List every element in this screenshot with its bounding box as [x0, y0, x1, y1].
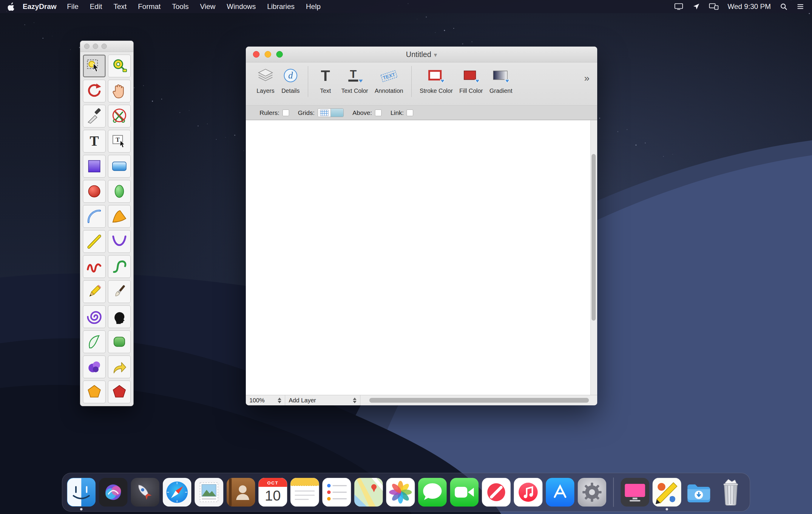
menu-view[interactable]: View [194, 2, 221, 11]
notification-center-icon[interactable] [796, 3, 804, 10]
menu-text[interactable]: Text [108, 2, 132, 11]
dock-item-mail[interactable] [195, 478, 224, 507]
horizontal-scrollbar[interactable] [360, 395, 597, 405]
tool-silhouette[interactable] [108, 305, 130, 328]
tool-swirl[interactable] [83, 355, 106, 378]
tool-freehand[interactable] [83, 255, 106, 278]
menu-libraries[interactable]: Libraries [261, 2, 300, 11]
tool-text[interactable]: T [83, 130, 106, 153]
apple-menu[interactable] [8, 2, 15, 11]
palette-titlebar[interactable] [80, 41, 133, 52]
tool-pencil[interactable] [83, 280, 106, 303]
display-icon[interactable] [674, 3, 683, 10]
tool-rectangle[interactable] [83, 155, 106, 178]
menu-file[interactable]: File [61, 2, 84, 11]
toolbar-stroke-color-button[interactable]: Stroke Color [416, 65, 456, 94]
tool-scissors[interactable] [108, 105, 130, 128]
sidecar-icon[interactable] [709, 3, 719, 10]
dock-item-messages[interactable] [418, 478, 447, 507]
dock-item-reminders[interactable] [322, 478, 351, 507]
dock-item-contacts[interactable] [227, 478, 255, 507]
tool-curve[interactable] [108, 230, 130, 253]
zoom-stepper-icon[interactable] [278, 398, 281, 403]
menu-format[interactable]: Format [132, 2, 166, 11]
toolbar-annotation-button[interactable]: TEXTAnnotation [371, 65, 407, 94]
dock-item-appstore[interactable] [546, 478, 575, 507]
toolbar-text-color-button[interactable]: TText Color [338, 65, 371, 94]
dock-item-calendar[interactable]: OCT10 [259, 478, 287, 507]
tool-rounded-square[interactable] [108, 330, 130, 353]
toolbar-text-button[interactable]: TText [313, 65, 338, 94]
tool-measure[interactable] [108, 55, 130, 77]
add-layer-select[interactable]: Add Layer [285, 395, 360, 405]
horizontal-scrollbar-thumb[interactable] [369, 398, 589, 403]
tool-arc[interactable] [83, 205, 106, 228]
grid-color-button[interactable] [330, 109, 343, 117]
tool-leaf-curve[interactable] [83, 330, 106, 353]
tool-rounded-rectangle[interactable] [108, 155, 130, 178]
toolbar-layers-button[interactable]: Layers [253, 65, 278, 94]
add-layer-stepper-icon[interactable] [353, 398, 356, 403]
tool-text-box[interactable]: T [108, 130, 130, 153]
rulers-checkbox[interactable] [283, 110, 289, 116]
dock-item-notes[interactable] [291, 478, 319, 507]
tool-brush[interactable] [108, 280, 130, 303]
dock-item-eazydraw[interactable] [653, 478, 682, 507]
tool-ellipse[interactable] [108, 180, 130, 203]
menu-edit[interactable]: Edit [84, 2, 108, 11]
palette-close-button[interactable] [84, 44, 89, 49]
vertical-scrollbar-thumb[interactable] [591, 154, 596, 321]
spotlight-icon[interactable] [780, 3, 787, 10]
dock-item-news[interactable] [482, 478, 511, 507]
tool-spiral[interactable] [83, 305, 106, 328]
window-titlebar[interactable]: Untitled [246, 47, 597, 62]
toolbar-details-button[interactable]: dDetails [278, 65, 303, 94]
tool-fold-arrow[interactable] [108, 355, 130, 378]
drawing-canvas[interactable] [246, 120, 590, 395]
palette-zoom-button[interactable] [102, 44, 107, 49]
toolbar-gradient-button[interactable]: Gradient [486, 65, 516, 94]
dock-item-facetime[interactable] [450, 478, 479, 507]
link-checkbox[interactable] [407, 110, 413, 116]
location-arrow-icon[interactable] [692, 3, 700, 10]
app-menu-eazydraw[interactable]: EazyDraw [18, 2, 61, 11]
minimize-button[interactable] [265, 51, 271, 58]
menu-tools[interactable]: Tools [166, 2, 194, 11]
menu-help[interactable]: Help [300, 2, 326, 11]
dock-item-photos[interactable] [386, 478, 415, 507]
dock-item-safari[interactable] [163, 478, 192, 507]
tool-circle[interactable] [83, 180, 106, 203]
zoom-button[interactable] [276, 51, 283, 58]
svg-text:T: T [116, 136, 120, 143]
tool-selection[interactable] [83, 55, 106, 77]
tool-pentagon-red[interactable] [108, 381, 130, 403]
tool-hand[interactable] [108, 80, 130, 102]
dock-item-downloads[interactable] [685, 478, 713, 507]
dock-item-finder[interactable] [67, 478, 96, 507]
zoom-select[interactable]: 100% [246, 395, 285, 405]
above-checkbox[interactable] [375, 110, 381, 116]
tool-rotate[interactable] [83, 80, 106, 102]
close-button[interactable] [253, 51, 260, 58]
tool-bezier[interactable] [108, 255, 130, 278]
menu-windows[interactable]: Windows [221, 2, 261, 11]
layers-icon [256, 65, 275, 87]
tool-knife[interactable] [83, 105, 106, 128]
dock-item-maps[interactable] [354, 478, 383, 507]
dock-item-launchpad[interactable] [131, 478, 160, 507]
menubar-clock[interactable]: Wed 9:30 PM [728, 2, 771, 11]
dock-item-system-preferences[interactable] [578, 478, 606, 507]
toolbar-overflow-button[interactable]: » [584, 65, 592, 84]
grid-pattern-button[interactable] [318, 109, 330, 117]
tool-pentagon-orange[interactable] [83, 381, 106, 403]
dock-item-trash[interactable] [717, 478, 745, 507]
vertical-scrollbar[interactable] [590, 120, 597, 395]
dock-item-music[interactable] [514, 478, 543, 507]
dock-item-siri[interactable] [99, 478, 128, 507]
dock-item-monitor-app[interactable] [621, 478, 649, 507]
window-title[interactable]: Untitled [406, 50, 437, 59]
tool-line[interactable] [83, 230, 106, 253]
toolbar-fill-color-button[interactable]: Fill Color [456, 65, 486, 94]
tool-cone[interactable] [108, 205, 130, 228]
palette-minimize-button[interactable] [93, 44, 98, 49]
